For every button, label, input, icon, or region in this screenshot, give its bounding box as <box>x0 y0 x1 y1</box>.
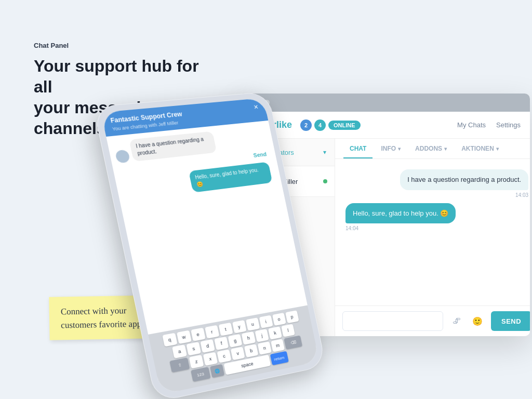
badge-4: 4 <box>314 119 326 131</box>
key-h[interactable]: h <box>242 331 256 345</box>
key-y[interactable]: y <box>232 320 247 334</box>
key-x[interactable]: x <box>203 352 218 366</box>
message-time-1: 14:03 <box>515 192 528 198</box>
phone-avatar <box>115 150 130 164</box>
badge-group: 2 4 ONLINE <box>300 119 361 131</box>
badge-2: 2 <box>300 119 312 131</box>
chat-tabs: CHAT INFO ▾ ADDONS ▾ AKTIONEN ▾ <box>335 139 530 159</box>
message-bubble-received: I have a question regarding a product. <box>400 169 528 190</box>
key-u[interactable]: u <box>245 317 259 331</box>
key-l[interactable]: l <box>281 324 295 337</box>
key-b[interactable]: b <box>244 344 258 357</box>
chat-messages: I have a question regarding a product. 1… <box>335 159 530 305</box>
my-chats-nav[interactable]: My Chats <box>457 121 486 129</box>
key-j[interactable]: j <box>255 329 269 342</box>
chat-area: CHAT INFO ▾ ADDONS ▾ AKTIONEN ▾ <box>335 139 530 336</box>
info-arrow-icon: ▾ <box>398 146 401 152</box>
key-i[interactable]: i <box>259 315 273 328</box>
key-r[interactable]: r <box>205 325 219 339</box>
aktionen-arrow-icon: ▾ <box>496 146 499 152</box>
tab-chat-label: CHAT <box>350 145 366 152</box>
key-z[interactable]: z <box>189 355 204 369</box>
tab-aktionen[interactable]: AKTIONEN ▾ <box>455 139 505 158</box>
tab-addons-label: ADDONS <box>415 145 442 152</box>
message-text-1: I have a question regarding a product. <box>407 176 521 183</box>
key-o[interactable]: o <box>272 313 286 326</box>
key-v[interactable]: v <box>231 347 245 360</box>
chat-input-area: 🖇 🙂 SEND <box>335 305 530 336</box>
titlebar <box>239 94 530 112</box>
phone-send-label[interactable]: Send <box>253 151 267 158</box>
tab-chat[interactable]: CHAT <box>343 139 373 158</box>
key-n[interactable]: n <box>258 341 272 355</box>
key-globe[interactable]: 🌐 <box>209 364 224 378</box>
tab-aktionen-label: AKTIONEN <box>461 145 494 152</box>
phone-bubble-received: I have a question regarding a product. <box>129 131 217 162</box>
message-row-1: I have a question regarding a product. 1… <box>345 169 528 198</box>
message-text-2: Hello, sure, glad to help you. 😊 <box>353 209 448 217</box>
nav-links: My Chats Settings <box>457 121 521 129</box>
key-d[interactable]: d <box>200 339 215 353</box>
phone-bubble-sent: Hello, sure, glad to help you. 😊 <box>189 162 273 192</box>
tab-addons[interactable]: ADDONS ▾ <box>409 139 453 158</box>
tab-info[interactable]: INFO ▾ <box>375 139 407 158</box>
addons-arrow-icon: ▾ <box>444 146 447 152</box>
chat-input[interactable] <box>342 311 443 331</box>
sticky-line2: customers favorite apps <box>61 318 145 330</box>
key-m[interactable]: m <box>271 339 285 352</box>
key-s[interactable]: s <box>186 342 201 356</box>
app-header: 𝓐Userlike 2 4 ONLINE My Chats Settings <box>239 112 530 139</box>
message-time-2: 14:04 <box>345 225 358 231</box>
key-c[interactable]: c <box>217 349 231 363</box>
key-123[interactable]: 123 <box>191 367 211 382</box>
message-bubble-sent: Hello, sure, glad to help you. 😊 <box>345 203 456 224</box>
key-shift[interactable]: ⇧ <box>169 357 190 373</box>
close-icon[interactable]: ✕ <box>253 103 259 111</box>
key-a[interactable]: a <box>172 344 187 358</box>
sticky-line1: Connect with your <box>61 305 127 316</box>
key-return[interactable]: return <box>270 351 288 366</box>
key-f[interactable]: f <box>214 337 229 350</box>
online-badge[interactable]: ONLINE <box>328 121 361 130</box>
send-button[interactable]: SEND <box>491 311 530 331</box>
key-w[interactable]: w <box>176 330 191 344</box>
headline-line1: Your support hub for all <box>34 56 216 97</box>
key-e[interactable]: e <box>191 328 206 341</box>
key-p[interactable]: p <box>285 310 299 323</box>
key-t[interactable]: t <box>218 323 233 336</box>
attachment-icon[interactable]: 🖇 <box>448 313 465 329</box>
sticky-note-text: Connect with your customers favorite app… <box>61 304 145 332</box>
emoji-icon[interactable]: 🙂 <box>469 313 486 329</box>
key-k[interactable]: k <box>268 326 282 339</box>
settings-nav[interactable]: Settings <box>496 121 521 129</box>
key-g[interactable]: g <box>228 334 243 348</box>
message-row-2: Hello, sure, glad to help you. 😊 14:04 <box>345 203 528 232</box>
phone-messages: I have a question regarding a product. S… <box>106 121 308 335</box>
chevron-down-icon: ▾ <box>323 149 326 156</box>
online-status-dot <box>323 179 327 183</box>
chat-input-icons: 🖇 🙂 <box>448 313 486 329</box>
key-backspace[interactable]: ⌫ <box>284 336 302 350</box>
key-q[interactable]: q <box>162 333 177 347</box>
tab-info-label: INFO <box>381 145 396 152</box>
chat-panel-label: Chat Panel <box>34 42 216 49</box>
